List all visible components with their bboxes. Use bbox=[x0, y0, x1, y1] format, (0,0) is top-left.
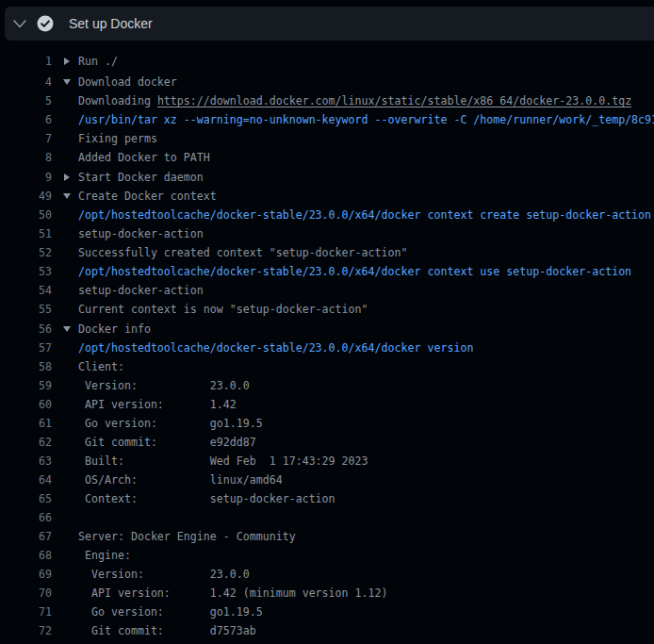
triangle-down-icon[interactable] bbox=[63, 193, 71, 199]
line-number[interactable]: 64 bbox=[0, 471, 52, 489]
line-gutter bbox=[52, 320, 78, 339]
log-line: 1Run ./ bbox=[0, 52, 654, 71]
triangle-right-icon[interactable] bbox=[64, 173, 70, 181]
line-gutter bbox=[52, 489, 78, 508]
line-number[interactable]: 54 bbox=[0, 281, 52, 300]
log-area: 1Run ./4Download docker5Downloading http… bbox=[0, 52, 654, 640]
line-number[interactable]: 55 bbox=[0, 300, 52, 319]
group-title[interactable]: Start Docker daemon bbox=[78, 168, 204, 187]
log-group: 4Download docker5Downloading https://dow… bbox=[0, 73, 654, 167]
log-line: 67Server: Docker Engine - Community bbox=[0, 527, 654, 546]
line-number[interactable]: 67 bbox=[0, 527, 52, 546]
line-number[interactable]: 51 bbox=[0, 224, 52, 243]
line-number[interactable]: 53 bbox=[0, 262, 52, 281]
log-line: 61 Go version: go1.19.5 bbox=[0, 414, 654, 433]
line-number[interactable]: 60 bbox=[0, 395, 52, 414]
line-number[interactable]: 68 bbox=[0, 546, 52, 565]
line-number[interactable]: 66 bbox=[0, 508, 52, 527]
download-url-link[interactable]: https://download.docker.com/linux/static… bbox=[157, 94, 631, 107]
log-line: 63 Built: Wed Feb 1 17:43:29 2023 bbox=[0, 452, 654, 471]
log-line: 6/usr/bin/tar xz --warning=no-unknown-ke… bbox=[0, 110, 654, 129]
line-number[interactable]: 65 bbox=[0, 489, 52, 508]
log-line: 53/opt/hostedtoolcache/docker-stable/23.… bbox=[0, 262, 654, 281]
line-number[interactable]: 69 bbox=[0, 565, 52, 584]
line-number[interactable]: 71 bbox=[0, 603, 52, 621]
line-gutter bbox=[52, 148, 78, 167]
log-line: 51setup-docker-action bbox=[0, 224, 654, 243]
line-gutter bbox=[52, 584, 78, 603]
triangle-down-icon[interactable] bbox=[63, 326, 71, 332]
line-number[interactable]: 6 bbox=[0, 110, 52, 129]
log-line: 70 API version: 1.42 (minimum version 1.… bbox=[0, 584, 654, 603]
log-line: 56Docker info bbox=[0, 320, 654, 339]
line-gutter bbox=[52, 603, 78, 621]
line-gutter bbox=[52, 414, 78, 433]
line-number[interactable]: 9 bbox=[0, 168, 52, 187]
step-header[interactable]: Set up Docker bbox=[5, 7, 654, 41]
check-circle-icon bbox=[37, 15, 54, 32]
triangle-down-icon[interactable] bbox=[63, 79, 71, 85]
line-number[interactable]: 7 bbox=[0, 129, 52, 148]
line-number[interactable]: 61 bbox=[0, 414, 52, 433]
log-line: 71 Go version: go1.19.5 bbox=[0, 603, 654, 621]
line-number[interactable]: 63 bbox=[0, 452, 52, 471]
line-number[interactable]: 8 bbox=[0, 148, 52, 167]
log-text: API version: 1.42 bbox=[78, 395, 237, 414]
group-title[interactable]: Create Docker context bbox=[78, 187, 217, 206]
line-number[interactable]: 72 bbox=[0, 621, 52, 640]
log-group: 49Create Docker context50/opt/hostedtool… bbox=[0, 187, 654, 319]
line-gutter bbox=[52, 452, 78, 471]
line-number[interactable]: 1 bbox=[0, 52, 52, 71]
line-number[interactable]: 5 bbox=[0, 91, 52, 110]
log-line: 7Fixing perms bbox=[0, 129, 654, 148]
line-gutter bbox=[52, 339, 78, 357]
log-line: 68 Engine: bbox=[0, 546, 654, 565]
line-number[interactable]: 58 bbox=[0, 357, 52, 376]
log-text: OS/Arch: linux/amd64 bbox=[78, 471, 283, 489]
log-text: /opt/hostedtoolcache/docker-stable/23.0.… bbox=[78, 339, 473, 357]
line-number[interactable]: 57 bbox=[0, 339, 52, 357]
log-text: setup-docker-action bbox=[78, 224, 204, 243]
line-number[interactable]: 49 bbox=[0, 187, 52, 206]
log-text: setup-docker-action bbox=[78, 281, 204, 300]
line-gutter bbox=[52, 621, 78, 640]
line-number[interactable]: 62 bbox=[0, 433, 52, 452]
log-text: Go version: go1.19.5 bbox=[78, 603, 263, 621]
log-text: Version: 23.0.0 bbox=[78, 565, 250, 584]
log-line: 52Successfully created context "setup-do… bbox=[0, 243, 654, 262]
log-text: Successfully created context "setup-dock… bbox=[78, 243, 407, 262]
line-gutter bbox=[52, 281, 78, 300]
step-title: Set up Docker bbox=[69, 16, 153, 31]
log-text: /usr/bin/tar xz --warning=no-unknown-key… bbox=[78, 110, 654, 129]
log-text: Git commit: e92dd87 bbox=[78, 433, 256, 452]
log-line: 8Added Docker to PATH bbox=[0, 148, 654, 167]
group-title[interactable]: Download docker bbox=[78, 73, 177, 91]
line-number[interactable]: 70 bbox=[0, 584, 52, 603]
log-group: 56Docker info57/opt/hostedtoolcache/dock… bbox=[0, 320, 654, 640]
line-gutter bbox=[52, 527, 78, 546]
log-text: Built: Wed Feb 1 17:43:29 2023 bbox=[78, 452, 368, 471]
line-gutter bbox=[52, 110, 78, 129]
line-number[interactable]: 59 bbox=[0, 376, 52, 395]
triangle-right-icon[interactable] bbox=[64, 58, 70, 65]
log-line: 50/opt/hostedtoolcache/docker-stable/23.… bbox=[0, 206, 654, 224]
chevron-down-icon[interactable] bbox=[13, 17, 26, 30]
line-number[interactable]: 4 bbox=[0, 73, 52, 91]
log-line: 65 Context: setup-docker-action bbox=[0, 489, 654, 508]
log-group: 1Run ./ bbox=[0, 52, 654, 71]
line-number[interactable]: 56 bbox=[0, 320, 52, 339]
log-text: Go version: go1.19.5 bbox=[78, 414, 263, 433]
log-text: Version: 23.0.0 bbox=[78, 376, 250, 395]
line-number[interactable]: 52 bbox=[0, 243, 52, 262]
log-text: Server: Docker Engine - Community bbox=[78, 527, 296, 546]
line-gutter bbox=[52, 187, 78, 206]
group-title[interactable]: Docker info bbox=[78, 320, 151, 339]
line-number[interactable]: 50 bbox=[0, 206, 52, 224]
log-text: Fixing perms bbox=[78, 129, 157, 148]
line-gutter bbox=[52, 129, 78, 148]
log-text: API version: 1.42 (minimum version 1.12) bbox=[78, 584, 388, 603]
log-line: 60 API version: 1.42 bbox=[0, 395, 654, 414]
group-title[interactable]: Run ./ bbox=[78, 52, 118, 71]
log-line: 69 Version: 23.0.0 bbox=[0, 565, 654, 584]
log-line: 9Start Docker daemon bbox=[0, 168, 654, 187]
